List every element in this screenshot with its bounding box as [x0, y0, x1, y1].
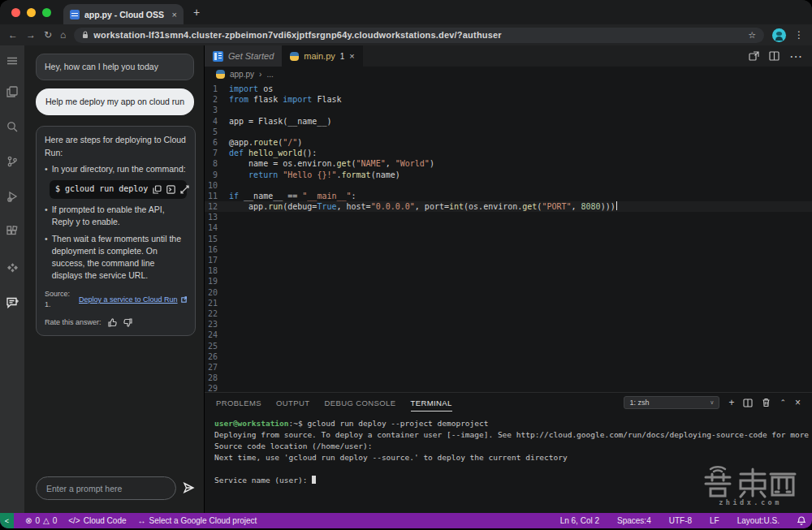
tab-terminal[interactable]: TERMINAL [411, 394, 452, 412]
extensions-icon[interactable] [0, 220, 24, 243]
close-panel-icon[interactable]: × [795, 398, 801, 407]
thumbs-up-icon[interactable] [108, 318, 117, 327]
line-number: 4 [205, 116, 229, 127]
tab-output[interactable]: OUTPUT [276, 394, 309, 411]
code-token: (debug= [283, 201, 317, 212]
terminal-line: Deploying from source. To deploy a conta… [214, 429, 812, 441]
notifications-bell-icon[interactable] [797, 516, 806, 525]
tab-get-started[interactable]: Get Started [205, 45, 282, 67]
chevron-down-icon: ∨ [710, 399, 714, 406]
maximize-window-button[interactable] [42, 8, 51, 17]
terminal[interactable]: user@workstation:~$ gcloud run deploy --… [205, 412, 812, 513]
code-line: 9 return "Hello {}!".format(name) [205, 170, 812, 180]
reload-icon[interactable]: ↻ [44, 30, 52, 40]
code-token: app = Flask(__name__) [229, 116, 331, 127]
tab-label: Get Started [228, 51, 274, 61]
window-controls[interactable] [11, 8, 51, 17]
encoding[interactable]: UTF-8 [669, 516, 692, 525]
code-line: 15 [205, 234, 812, 244]
browser-tab[interactable]: app.py - Cloud OSS × [63, 4, 184, 24]
terminal-text: Next time, use 'gcloud run deploy --sour… [214, 453, 568, 462]
chat-panel: Hey, how can I help you today Help me de… [24, 45, 205, 513]
eol-sequence[interactable]: LF [710, 516, 719, 525]
source-control-icon[interactable] [0, 150, 24, 173]
tab-main-py[interactable]: main.py 1 × [282, 45, 363, 67]
bullet-dot: • [45, 233, 48, 282]
command-text: $ gcloud run deploy [55, 183, 148, 196]
open-in-editor-icon[interactable] [180, 185, 189, 194]
activity-bar [0, 45, 24, 513]
code-line: 19 [205, 276, 812, 287]
problems-status[interactable]: ⊗ 0 △ 0 [25, 516, 57, 525]
search-icon[interactable] [0, 115, 24, 138]
get-started-icon [213, 51, 223, 62]
panel-actions: 1: zsh ∨ + ⌃ × [624, 396, 812, 409]
prompt-input[interactable] [36, 476, 176, 500]
code-line: 22 [205, 308, 812, 319]
cloud-code-label: Cloud Code [84, 516, 127, 525]
maximize-panel-icon[interactable]: ⌃ [780, 399, 786, 407]
browser-toolbar: ← → ↻ ⌂ workstation-lf31smn4.cluster-zpb… [0, 24, 812, 45]
chat-assistant-icon[interactable] [0, 291, 24, 314]
split-editor-icon[interactable] [769, 51, 780, 61]
source-link[interactable]: Deploy a service to Cloud Run [79, 295, 178, 305]
back-icon[interactable]: ← [8, 30, 18, 40]
cloud-code-activity-icon[interactable] [0, 256, 24, 279]
remote-indicator[interactable]: < [0, 513, 14, 528]
code-token: flask [248, 94, 283, 105]
home-icon[interactable]: ⌂ [60, 30, 66, 40]
line-number: 10 [205, 180, 229, 191]
code-line: 16 [205, 244, 812, 255]
cursor-position[interactable]: Ln 6, Col 2 [560, 516, 599, 525]
code-token: True [317, 201, 336, 212]
browser-menu-icon[interactable]: ⋮ [794, 29, 804, 41]
new-tab-button[interactable]: + [193, 6, 200, 19]
address-bar[interactable]: workstation-lf31smn4.cluster-zpbeimon7vd… [74, 28, 764, 43]
line-number: 5 [205, 127, 229, 137]
profile-avatar[interactable] [772, 28, 786, 42]
send-icon[interactable] [183, 482, 195, 495]
kill-terminal-icon[interactable] [762, 398, 771, 407]
menu-icon[interactable] [0, 50, 24, 72]
close-window-button[interactable] [11, 8, 20, 17]
split-terminal-icon[interactable] [743, 399, 753, 407]
run-preview-icon[interactable] [749, 51, 759, 62]
more-actions-icon[interactable]: ⋯ [789, 49, 802, 64]
line-number: 19 [205, 276, 229, 287]
code-token: "World" [395, 158, 430, 169]
keyboard-layout[interactable]: Layout:U.S. [737, 516, 780, 525]
tab-close-icon[interactable]: × [172, 10, 177, 19]
code-token: , [572, 201, 581, 212]
minimize-window-button[interactable] [27, 8, 36, 17]
new-terminal-icon[interactable]: + [728, 398, 734, 407]
copy-icon[interactable] [153, 185, 162, 194]
project-label: Select a Google Cloud project [149, 516, 257, 525]
thumbs-down-icon[interactable] [123, 318, 132, 327]
tab-problems[interactable]: PROBLEMS [216, 394, 261, 411]
code-token: , host= [336, 201, 370, 212]
tab-close-icon[interactable]: × [349, 51, 354, 61]
code-line: 18 [205, 265, 812, 276]
bookmark-star-icon[interactable]: ☆ [748, 30, 756, 41]
code-token: from [229, 94, 248, 105]
code-line: 28 [205, 373, 812, 383]
code-line: 8 name = os.environ.get("NAME", "World") [205, 158, 812, 169]
project-picker[interactable]: ↔ Select a Google Cloud project [138, 516, 257, 525]
code-line: 6@app.route("/") [205, 137, 812, 148]
code-editor[interactable]: 1import os2from flask import Flask34app … [205, 81, 812, 392]
code-token: "NAME" [356, 158, 386, 169]
cloud-code-status[interactable]: </> Cloud Code [68, 516, 126, 525]
forward-icon[interactable]: → [26, 30, 36, 40]
indentation[interactable]: Spaces:4 [617, 516, 651, 525]
code-line: 3 [205, 105, 812, 115]
code-token: (name) [371, 170, 400, 180]
explorer-icon[interactable] [0, 80, 24, 103]
code-token: name = os.environ. [229, 158, 336, 169]
shell-select[interactable]: 1: zsh ∨ [624, 396, 719, 409]
breadcrumb[interactable]: app.py › ... [205, 67, 812, 81]
insert-terminal-icon[interactable] [166, 185, 175, 194]
run-debug-icon[interactable] [0, 185, 24, 208]
status-right: Ln 6, Col 2 Spaces:4 UTF-8 LF Layout:U.S… [560, 516, 812, 525]
swap-icon: ↔ [138, 516, 146, 525]
tab-debug-console[interactable]: DEBUG CONSOLE [324, 394, 395, 411]
